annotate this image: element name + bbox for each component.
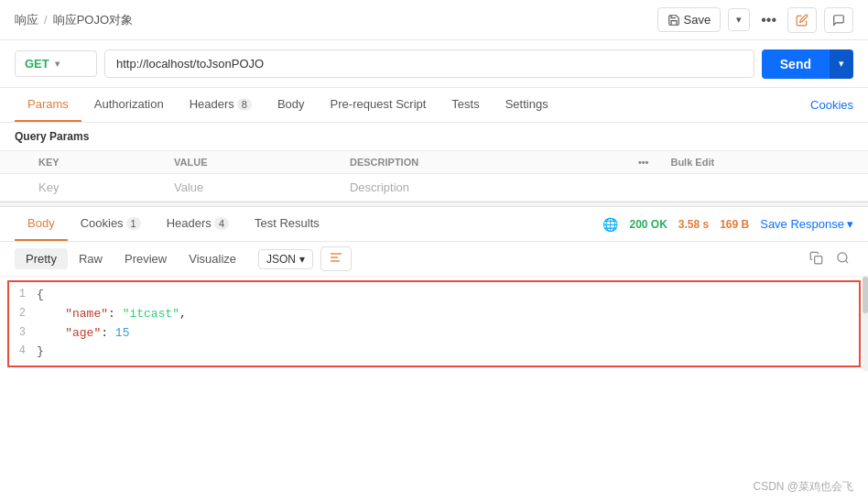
json-code-area: 1 { 2 "name": "itcast", 3 "age": 15 4 } xyxy=(0,277,868,371)
format-button[interactable] xyxy=(320,246,352,271)
line-num-3: 3 xyxy=(9,324,37,342)
status-time: 3.58 s xyxy=(678,218,709,231)
line-num-1: 1 xyxy=(9,286,37,303)
code-content-3: "age": 15 xyxy=(37,324,859,344)
method-arrow-icon: ▾ xyxy=(55,59,60,69)
response-tab-body[interactable]: Body xyxy=(15,207,68,241)
breadcrumb-part2: 响应POJO对象 xyxy=(53,12,133,28)
edit-button[interactable] xyxy=(787,7,817,33)
response-headers-badge: 4 xyxy=(214,217,229,230)
code-content-2: "name": "itcast", xyxy=(37,305,859,324)
scrollbar-track[interactable] xyxy=(863,277,868,371)
comment-icon xyxy=(832,14,845,27)
bulk-edit-col-header[interactable]: Bulk Edit xyxy=(659,151,868,174)
code-line-2: 2 "name": "itcast", xyxy=(9,305,859,324)
breadcrumb-sep: / xyxy=(44,13,48,27)
method-selector[interactable]: GET ▾ xyxy=(15,50,97,77)
params-check-col xyxy=(0,151,27,174)
top-bar-actions: Save ▾ ••• xyxy=(657,7,853,33)
save-response-label: Save Response xyxy=(760,217,844,231)
key-col-header: KEY xyxy=(27,151,163,174)
response-tab-cookies[interactable]: Cookies 1 xyxy=(68,207,154,241)
json-highlighted-block: 1 { 2 "name": "itcast", 3 "age": 15 4 } xyxy=(7,280,861,367)
scrollbar-thumb[interactable] xyxy=(863,277,868,313)
save-button[interactable]: Save xyxy=(657,7,722,32)
status-size: 169 B xyxy=(720,218,749,231)
empty-bulk xyxy=(659,174,868,202)
comment-button[interactable] xyxy=(824,7,853,33)
url-bar: GET ▾ Send ▾ xyxy=(0,40,868,88)
format-label: JSON xyxy=(266,253,296,266)
code-line-4: 4 } xyxy=(9,343,859,362)
pretty-tab-visualize[interactable]: Visualize xyxy=(178,248,247,269)
breadcrumb: 响应 / 响应POJO对象 xyxy=(15,12,133,28)
copy-icon xyxy=(809,251,823,265)
params-table: KEY VALUE DESCRIPTION ••• Bulk Edit Key … xyxy=(0,151,868,202)
more-button[interactable]: ••• xyxy=(757,8,780,32)
code-content-4: } xyxy=(37,343,859,362)
send-button[interactable]: Send xyxy=(762,49,830,79)
query-params-section: Query Params KEY VALUE DESCRIPTION ••• B… xyxy=(0,123,868,202)
save-response-button[interactable]: Save Response ▾ xyxy=(760,217,853,231)
request-tabs-bar: Params Authorization Headers 8 Body Pre-… xyxy=(0,88,868,123)
response-tab-headers[interactable]: Headers 4 xyxy=(154,207,242,241)
request-tabs: Params Authorization Headers 8 Body Pre-… xyxy=(15,88,561,122)
line-num-2: 2 xyxy=(9,305,37,322)
empty-check xyxy=(0,174,27,202)
empty-dots xyxy=(627,174,660,202)
tab-pre-request-script[interactable]: Pre-request Script xyxy=(318,88,439,122)
pretty-tabs-bar: Pretty Raw Preview Visualize JSON ▾ xyxy=(0,242,868,277)
copy-button[interactable] xyxy=(806,249,827,269)
tab-settings[interactable]: Settings xyxy=(493,88,561,122)
tab-authorization[interactable]: Authorization xyxy=(81,88,177,122)
headers-badge: 8 xyxy=(237,98,252,111)
save-icon xyxy=(667,14,680,27)
tab-tests[interactable]: Tests xyxy=(439,88,492,122)
send-dropdown-button[interactable]: ▾ xyxy=(830,49,853,79)
url-input[interactable] xyxy=(104,49,754,78)
pretty-tab-raw[interactable]: Raw xyxy=(68,248,114,269)
line-num-4: 4 xyxy=(9,343,37,360)
value-col-header: VALUE xyxy=(163,151,339,174)
pretty-tab-preview[interactable]: Preview xyxy=(114,248,178,269)
response-cookies-badge: 1 xyxy=(126,217,141,230)
code-line-3: 3 "age": 15 xyxy=(9,324,859,344)
status-globe-icon: 🌐 xyxy=(602,217,618,232)
query-params-label: Query Params xyxy=(0,123,868,151)
pretty-tabs: Pretty Raw Preview Visualize JSON ▾ xyxy=(15,246,352,271)
response-body: 1 { 2 "name": "itcast", 3 "age": 15 4 } xyxy=(0,277,868,371)
watermark: CSDN @菜鸡也会飞 xyxy=(753,479,853,495)
response-tabs: Body Cookies 1 Headers 4 Test Results xyxy=(15,207,332,241)
save-response-arrow-icon: ▾ xyxy=(847,217,853,231)
desc-col-header: DESCRIPTION xyxy=(339,151,627,174)
tab-headers[interactable]: Headers 8 xyxy=(177,88,265,122)
tab-body[interactable]: Body xyxy=(265,88,318,122)
tab-params[interactable]: Params xyxy=(15,88,81,122)
top-bar: 响应 / 响应POJO对象 Save ▾ ••• xyxy=(0,0,868,40)
save-dropdown-button[interactable]: ▾ xyxy=(728,8,750,31)
cookies-link[interactable]: Cookies xyxy=(810,98,853,112)
format-selector[interactable]: JSON ▾ xyxy=(258,249,313,269)
breadcrumb-part1: 响应 xyxy=(15,12,38,28)
pretty-tab-pretty[interactable]: Pretty xyxy=(15,248,68,269)
save-label: Save xyxy=(684,13,711,27)
code-content-1: { xyxy=(37,286,859,305)
code-line-1: 1 { xyxy=(9,286,859,305)
search-icon xyxy=(836,251,850,265)
response-status: 🌐 200 OK 3.58 s 169 B Save Response ▾ xyxy=(602,217,853,232)
edit-icon xyxy=(796,14,808,27)
svg-point-4 xyxy=(838,252,847,261)
send-button-group: Send ▾ xyxy=(762,49,853,79)
response-tab-test-results[interactable]: Test Results xyxy=(242,207,332,241)
status-ok: 200 OK xyxy=(629,218,667,231)
desc-placeholder[interactable]: Description xyxy=(339,174,627,202)
pretty-tabs-right xyxy=(806,249,853,269)
search-button[interactable] xyxy=(832,249,853,269)
format-arrow-icon: ▾ xyxy=(299,253,305,266)
svg-rect-3 xyxy=(815,256,822,263)
value-placeholder[interactable]: Value xyxy=(163,174,339,202)
key-placeholder[interactable]: Key xyxy=(27,174,163,202)
svg-line-5 xyxy=(845,260,848,263)
format-icon xyxy=(329,250,343,265)
response-tabs-bar: Body Cookies 1 Headers 4 Test Results 🌐 … xyxy=(0,207,868,242)
